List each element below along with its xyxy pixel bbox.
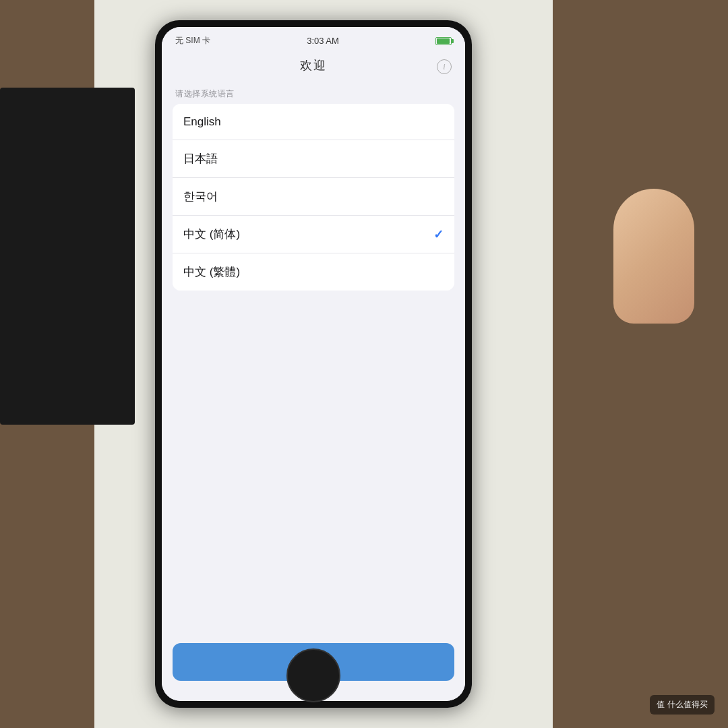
spacer <box>162 356 465 630</box>
language-name-traditional-chinese: 中文 (繁體) <box>183 264 240 280</box>
status-bar: 无 SIM 卡 3:03 AM <box>162 27 465 52</box>
hand-finger <box>613 189 694 324</box>
scene: 无 SIM 卡 3:03 AM 欢迎 i <box>0 0 728 728</box>
watermark: 值 什么值得买 <box>650 695 715 715</box>
language-name-korean: 한국어 <box>183 189 218 204</box>
info-button[interactable]: i <box>437 59 452 74</box>
carrier-label: 无 SIM 卡 <box>175 35 210 47</box>
notebook-accessory <box>0 88 135 425</box>
title-bar: 欢迎 i <box>162 52 465 82</box>
language-item-english[interactable]: English <box>173 104 454 140</box>
language-item-simplified-chinese[interactable]: 中文 (简体) ✓ <box>173 216 454 253</box>
home-button[interactable] <box>286 648 340 702</box>
language-name-simplified-chinese: 中文 (简体) <box>183 226 240 242</box>
time-label: 3:03 AM <box>307 36 339 46</box>
watermark-icon: 值 <box>657 699 665 710</box>
language-name-english: English <box>183 115 221 129</box>
selected-checkmark: ✓ <box>433 227 444 242</box>
language-section: 请选择系统语言 English 日本語 한국어 中文 (简体) <box>162 82 465 356</box>
language-name-japanese: 日本語 <box>183 151 218 166</box>
battery-fill <box>437 38 450 44</box>
language-item-traditional-chinese[interactable]: 中文 (繁體) <box>173 253 454 291</box>
battery-container <box>435 37 452 45</box>
watermark-text: 什么值得买 <box>667 699 708 710</box>
battery-icon <box>435 37 452 45</box>
phone-frame: 无 SIM 卡 3:03 AM 欢迎 i <box>155 20 472 708</box>
phone-screen: 无 SIM 卡 3:03 AM 欢迎 i <box>162 27 465 701</box>
language-item-japanese[interactable]: 日本語 <box>173 140 454 178</box>
language-list: English 日本語 한국어 中文 (简体) ✓ <box>173 104 454 291</box>
language-item-korean[interactable]: 한국어 <box>173 178 454 216</box>
page-title: 欢迎 <box>300 57 327 73</box>
section-header: 请选择系统语言 <box>173 82 454 104</box>
screen-content: 无 SIM 卡 3:03 AM 欢迎 i <box>162 27 465 701</box>
